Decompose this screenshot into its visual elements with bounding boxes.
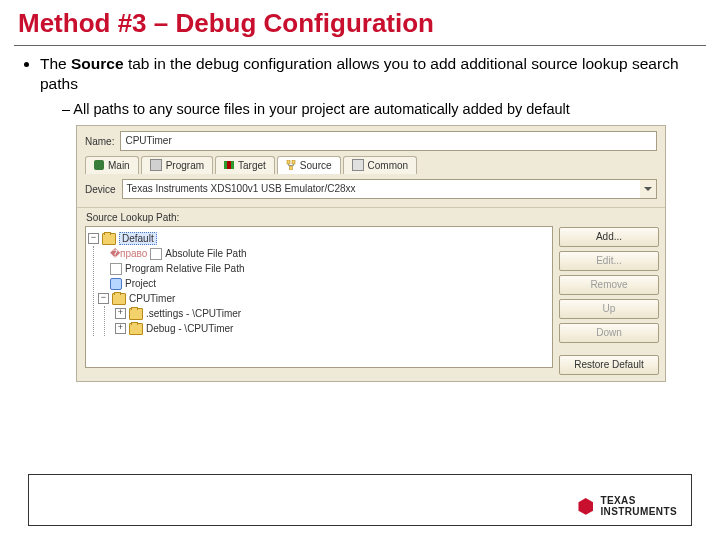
add-button[interactable]: Add...	[559, 227, 659, 247]
name-label: Name:	[85, 136, 114, 147]
tab-main[interactable]: Main	[85, 156, 139, 174]
tab-program[interactable]: Program	[141, 156, 213, 174]
device-value: Texas Instruments XDS100v1 USB Emulator/…	[122, 179, 640, 199]
bullet1-pre: The	[40, 55, 71, 72]
svg-rect-1	[292, 160, 295, 164]
tree-node-default[interactable]: − Default	[88, 231, 550, 246]
bullet-level1: The Source tab in the debug configuratio…	[40, 54, 720, 119]
file-icon	[150, 248, 162, 260]
svg-rect-2	[289, 166, 292, 170]
tab-main-label: Main	[108, 160, 130, 171]
title-rule	[14, 45, 706, 46]
bullet1-bold: Source	[71, 55, 124, 72]
svg-rect-0	[287, 160, 290, 164]
folder-icon	[129, 323, 143, 335]
tab-target[interactable]: Target	[215, 156, 275, 174]
tree-node-rel[interactable]: Program Relative File Path	[94, 261, 550, 276]
folder-icon	[129, 308, 143, 320]
tree-label-cputimer: CPUTimer	[129, 293, 175, 304]
project-icon	[110, 278, 122, 290]
tree-node-cputimer[interactable]: − CPUTimer	[94, 291, 550, 306]
tree-label-rel: Program Relative File Path	[125, 263, 245, 274]
tree-node-abs[interactable]: �право Absolute File Path	[94, 246, 550, 261]
slide-title: Method #3 – Debug Configuration	[0, 0, 720, 43]
expander-icon[interactable]: −	[88, 233, 99, 244]
tab-program-label: Program	[166, 160, 204, 171]
program-icon	[150, 159, 162, 171]
button-column: Add... Edit... Remove Up Down Restore De…	[559, 212, 659, 375]
folder-icon	[112, 293, 126, 305]
restore-default-button[interactable]: Restore Default	[559, 355, 659, 375]
folder-icon	[102, 233, 116, 245]
device-combo[interactable]: Texas Instruments XDS100v1 USB Emulator/…	[122, 179, 657, 199]
tab-bar: Main Program Target Source Common	[77, 156, 665, 174]
tab-common-label: Common	[368, 160, 409, 171]
tree-label-settings: .settings - \CPUTimer	[146, 308, 241, 319]
expander-icon[interactable]: +	[115, 323, 126, 334]
tab-target-label: Target	[238, 160, 266, 171]
footer-box: ⬢ TEXAS INSTRUMENTS	[28, 474, 692, 526]
file-icon	[110, 263, 122, 275]
common-icon	[352, 159, 364, 171]
remove-button[interactable]: Remove	[559, 275, 659, 295]
name-input[interactable]: CPUTimer	[120, 131, 657, 151]
edit-button[interactable]: Edit...	[559, 251, 659, 271]
device-label: Device	[85, 184, 116, 195]
ti-chip-icon: ⬢	[577, 499, 594, 513]
tab-common[interactable]: Common	[343, 156, 418, 174]
tree-node-project[interactable]: Project	[94, 276, 550, 291]
tree-label-abs: Absolute File Path	[165, 248, 246, 259]
tree-label-debug: Debug - \CPUTimer	[146, 323, 233, 334]
expander-icon[interactable]: −	[98, 293, 109, 304]
source-lookup-tree[interactable]: − Default �право Absolute File Path Prog…	[85, 226, 553, 368]
up-button[interactable]: Up	[559, 299, 659, 319]
down-button[interactable]: Down	[559, 323, 659, 343]
lookup-path-label: Source Lookup Path:	[85, 212, 553, 226]
tab-source[interactable]: Source	[277, 156, 341, 174]
tab-source-label: Source	[300, 160, 332, 171]
debug-config-dialog: Name: CPUTimer Main Program Target Sourc…	[76, 125, 666, 382]
tree-node-debug[interactable]: + Debug - \CPUTimer	[105, 321, 550, 336]
ti-brand-2: INSTRUMENTS	[600, 506, 677, 517]
chevron-down-icon[interactable]	[640, 179, 657, 199]
source-icon	[286, 160, 296, 170]
tree-node-settings[interactable]: + .settings - \CPUTimer	[105, 306, 550, 321]
tree-label-project: Project	[125, 278, 156, 289]
bullet1-post: tab in the debug configuration allows yo…	[40, 55, 679, 92]
ti-brand-1: TEXAS	[600, 495, 677, 506]
target-icon	[224, 161, 234, 169]
ti-logo: ⬢ TEXAS INSTRUMENTS	[577, 495, 677, 517]
tree-label-default: Default	[119, 232, 157, 245]
expander-icon[interactable]: +	[115, 308, 126, 319]
main-icon	[94, 160, 104, 170]
bullet-level2: All paths to any source files in your pr…	[62, 100, 690, 119]
